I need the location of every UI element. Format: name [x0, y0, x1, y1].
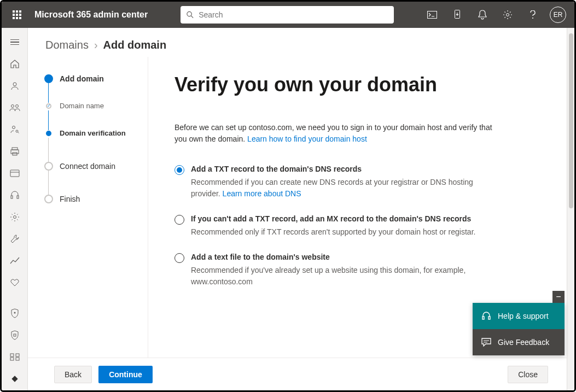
svg-rect-16 [11, 196, 13, 198]
shield-lock-icon [10, 330, 19, 340]
intro-text: Before we can set up contoso.com, we nee… [174, 122, 503, 145]
svg-point-8 [15, 105, 18, 108]
wizard-stepper: Add domain Domain name Domain verificati… [28, 57, 148, 358]
nav-security[interactable] [4, 303, 26, 323]
step-label: Finish [60, 195, 80, 203]
app-launcher-button[interactable] [6, 4, 28, 26]
nav-roles[interactable] [4, 120, 26, 139]
svg-rect-17 [17, 196, 19, 198]
shield-icon [10, 308, 19, 318]
page-heading: Verify you own your domain [174, 73, 548, 96]
nav-toggle-button[interactable] [4, 32, 26, 52]
people-icon [9, 103, 20, 112]
close-button[interactable]: Close [508, 366, 548, 383]
step-domain-verification: Domain verification [44, 129, 139, 162]
scrollbar[interactable] [567, 28, 574, 390]
step-label: Domain name [60, 102, 104, 110]
step-indicator-current [46, 131, 51, 136]
option-title: Add a TXT record to the domain's DNS rec… [191, 165, 503, 173]
nav-users[interactable] [4, 76, 26, 96]
learn-dns-link[interactable]: Learn more about DNS [223, 189, 301, 198]
hamburger-icon [10, 39, 19, 45]
gear-icon [10, 212, 20, 222]
option-title: Add a text file to the domain's website [191, 253, 503, 261]
step-indicator-done [44, 74, 53, 83]
scrollbar-thumb[interactable] [569, 33, 573, 208]
nav-compliance[interactable] [4, 325, 26, 345]
svg-rect-21 [10, 354, 14, 356]
app-title: Microsoft 365 admin center [34, 10, 148, 20]
avatar-initials: ER [550, 7, 566, 23]
nav-groups[interactable] [4, 98, 26, 118]
svg-rect-25 [11, 376, 18, 382]
option-desc: Recommended if you've already set up a w… [191, 265, 503, 287]
back-button[interactable]: Back [54, 366, 92, 383]
help-support-label: Help & support [498, 312, 549, 320]
settings-icon[interactable] [496, 3, 520, 27]
nav-support[interactable] [4, 185, 26, 205]
option-title: If you can't add a TXT record, add an MX… [191, 214, 503, 223]
nav-home[interactable] [4, 54, 26, 74]
step-indicator-pending [44, 162, 53, 171]
nav-settings[interactable] [4, 207, 26, 227]
nav-resources[interactable] [4, 142, 26, 161]
radio-button[interactable] [174, 165, 184, 175]
continue-button[interactable]: Continue [98, 366, 153, 383]
nav-reports[interactable] [4, 251, 26, 271]
help-icon[interactable] [521, 3, 545, 27]
help-support-button[interactable]: Help & support [473, 303, 565, 329]
breadcrumb-domains[interactable]: Domains [45, 39, 89, 51]
step-connect-domain: Connect domain [44, 162, 139, 195]
svg-rect-12 [11, 150, 19, 154]
printer-icon [10, 147, 20, 156]
panel-collapse-button[interactable]: − [552, 291, 565, 303]
headset-icon [481, 311, 491, 321]
grid-icon [10, 353, 20, 361]
notifications-icon[interactable] [470, 3, 494, 27]
shell-terminal-icon[interactable] [420, 3, 444, 27]
home-icon [10, 59, 20, 69]
svg-point-4 [507, 14, 509, 16]
svg-point-0 [187, 11, 191, 16]
breadcrumb: Domains › Add domain [28, 28, 574, 57]
search-box[interactable] [181, 6, 394, 24]
top-bar: Microsoft 365 admin center ER [2, 2, 574, 28]
content-area: Domains › Add domain Add domain Domain n… [28, 28, 574, 390]
person-icon [10, 81, 20, 91]
step-label: Domain verification [60, 129, 126, 137]
nav-health[interactable] [4, 273, 26, 292]
wizard-footer: Back Continue Close [28, 358, 574, 390]
svg-point-9 [12, 126, 15, 129]
svg-point-5 [532, 17, 533, 19]
nav-setup[interactable] [4, 229, 26, 249]
radio-button[interactable] [174, 215, 184, 225]
svg-rect-23 [10, 358, 14, 360]
headset-icon [10, 190, 20, 200]
give-feedback-button[interactable]: Give Feedback [473, 329, 565, 355]
person-key-icon [10, 125, 20, 134]
svg-point-6 [13, 83, 16, 86]
svg-rect-14 [10, 170, 19, 177]
svg-rect-27 [488, 317, 490, 319]
option-txt-record[interactable]: Add a TXT record to the domain's DNS rec… [174, 165, 503, 199]
heart-icon [10, 278, 20, 287]
option-text-file[interactable]: Add a text file to the domain's website … [174, 253, 503, 287]
step-domain-name: Domain name [44, 102, 139, 129]
svg-rect-26 [482, 317, 484, 319]
nav-customize[interactable] [4, 369, 26, 389]
account-avatar[interactable]: ER [546, 3, 570, 27]
mobile-install-icon[interactable] [445, 3, 469, 27]
search-input[interactable] [199, 10, 388, 19]
radio-button[interactable] [174, 253, 184, 263]
header-actions: ER [420, 3, 570, 27]
nav-billing[interactable] [4, 163, 26, 183]
svg-point-7 [11, 105, 14, 108]
learn-domain-host-link[interactable]: Learn how to find your domain host [247, 134, 367, 143]
svg-line-1 [191, 16, 194, 18]
option-desc: Recommended if you can create new DNS re… [191, 177, 503, 199]
left-nav-rail [2, 28, 28, 390]
nav-admin-centers[interactable] [4, 347, 26, 367]
option-mx-record[interactable]: If you can't add a TXT record, add an MX… [174, 214, 503, 237]
step-indicator-check [46, 103, 51, 109]
step-indicator-pending [44, 195, 53, 203]
